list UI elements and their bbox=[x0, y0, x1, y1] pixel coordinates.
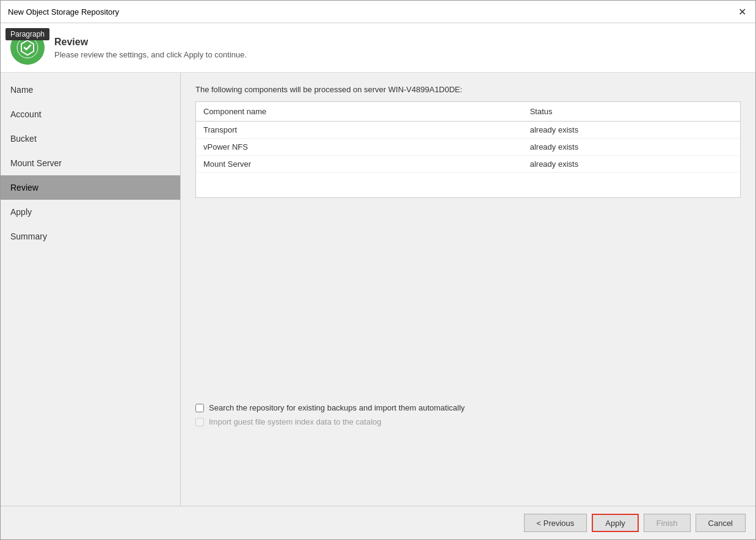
sidebar-item-summary[interactable]: Summary bbox=[1, 224, 180, 249]
dialog-title: New Object Storage Repository bbox=[8, 7, 119, 16]
sidebar: Name Account Bucket Mount Server Review … bbox=[1, 73, 181, 506]
table-cell-name: Mount Server bbox=[196, 156, 523, 173]
checkbox-search[interactable] bbox=[195, 404, 204, 412]
sidebar-item-mount-server[interactable]: Mount Server bbox=[1, 151, 180, 175]
sidebar-item-bucket[interactable]: Bucket bbox=[1, 126, 180, 151]
table-cell-status: already exists bbox=[523, 139, 741, 156]
table-cell-status: already exists bbox=[523, 122, 741, 139]
table-row: Transport already exists bbox=[196, 122, 741, 139]
checkbox-import[interactable] bbox=[195, 418, 204, 426]
table-row: vPower NFS already exists bbox=[196, 139, 741, 156]
table-cell-name: Transport bbox=[196, 122, 523, 139]
checkbox-import-row: Import guest file system index data to t… bbox=[195, 417, 741, 426]
footer: < Previous Apply Finish Cancel bbox=[1, 506, 755, 539]
tooltip-tag: Paragraph bbox=[5, 28, 49, 40]
header-subtitle: Please review the settings, and click Ap… bbox=[54, 50, 247, 59]
table-row: Mount Server already exists bbox=[196, 156, 741, 173]
table-spacer-row bbox=[196, 173, 741, 198]
dialog: New Object Storage Repository ✕ Paragrap… bbox=[0, 0, 756, 540]
sidebar-item-name[interactable]: Name bbox=[1, 78, 180, 102]
header-section: Paragraph Review Please review the setti… bbox=[1, 23, 755, 73]
apply-button[interactable]: Apply bbox=[592, 514, 639, 532]
close-button[interactable]: ✕ bbox=[736, 5, 748, 18]
server-info-text: The following components will be process… bbox=[195, 85, 741, 94]
header-title: Review bbox=[54, 37, 247, 48]
table-cell-name: vPower NFS bbox=[196, 139, 523, 156]
main-content: Name Account Bucket Mount Server Review … bbox=[1, 73, 755, 506]
previous-button[interactable]: < Previous bbox=[524, 514, 587, 532]
table-header-component: Component name bbox=[196, 102, 523, 122]
table-cell-status: already exists bbox=[523, 156, 741, 173]
checkbox-search-row: Search the repository for existing backu… bbox=[195, 403, 741, 412]
content-area: The following components will be process… bbox=[181, 73, 755, 506]
components-table: Component name Status Transport already … bbox=[195, 101, 741, 198]
cancel-button[interactable]: Cancel bbox=[696, 514, 746, 532]
header-text-group: Review Please review the settings, and c… bbox=[54, 37, 247, 59]
title-bar: New Object Storage Repository ✕ bbox=[1, 1, 755, 23]
content-spacer bbox=[195, 210, 741, 393]
sidebar-item-account[interactable]: Account bbox=[1, 102, 180, 126]
finish-button[interactable]: Finish bbox=[644, 514, 691, 532]
bottom-options: Search the repository for existing backu… bbox=[195, 393, 741, 426]
sidebar-item-apply[interactable]: Apply bbox=[1, 200, 180, 224]
sidebar-item-review[interactable]: Review bbox=[1, 175, 180, 200]
checkbox-import-label: Import guest file system index data to t… bbox=[209, 417, 382, 426]
checkbox-search-label: Search the repository for existing backu… bbox=[209, 403, 465, 412]
table-header-status: Status bbox=[523, 102, 741, 122]
